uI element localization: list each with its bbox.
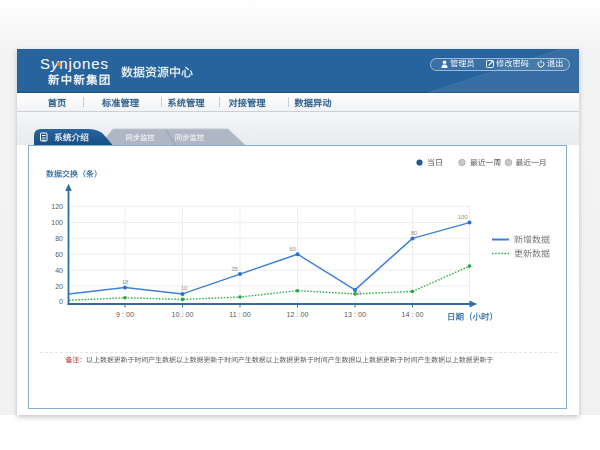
svg-text:80: 80 — [411, 230, 418, 236]
svg-text:10: 10 — [355, 290, 362, 296]
svg-text:0: 0 — [59, 298, 63, 305]
svg-text:10: 10 — [181, 285, 188, 291]
svg-text:14 : 00: 14 : 00 — [402, 310, 424, 319]
svg-text:120: 120 — [51, 203, 63, 210]
svg-text:100: 100 — [457, 214, 468, 220]
svg-text:18: 18 — [122, 279, 129, 285]
svg-text:80: 80 — [55, 235, 63, 242]
svg-text:60: 60 — [55, 251, 63, 258]
svg-text:10 : 00: 10 : 00 — [172, 310, 194, 319]
svg-text:12 : 00: 12 : 00 — [287, 310, 309, 319]
svg-text:20: 20 — [55, 283, 63, 290]
svg-text:35: 35 — [231, 266, 238, 272]
svg-text:11 : 00: 11 : 00 — [229, 310, 250, 319]
svg-text:60: 60 — [289, 246, 296, 252]
svg-text:100: 100 — [51, 219, 63, 226]
svg-text:9 : 00: 9 : 00 — [116, 310, 134, 319]
svg-text:13 : 00: 13 : 00 — [344, 310, 366, 319]
svg-text:40: 40 — [55, 267, 63, 274]
